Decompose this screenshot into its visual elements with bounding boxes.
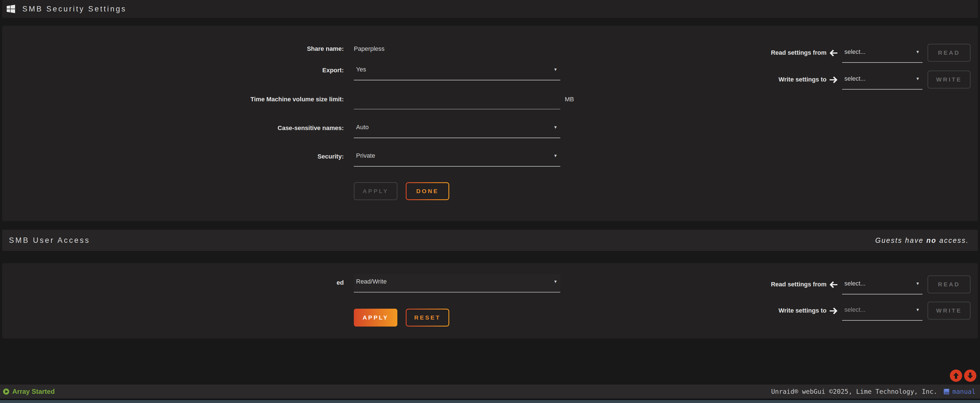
share-name-label: Share name: <box>111 45 344 53</box>
chevron-down-icon: ▼ <box>554 67 558 72</box>
page-title: SMB Security Settings <box>22 5 127 13</box>
write-target-value: select... <box>845 306 865 314</box>
chevron-down-icon: ▼ <box>916 49 920 54</box>
arrow-left-icon <box>829 49 838 57</box>
export-select[interactable]: Yes ▼ <box>354 62 560 80</box>
copyright-text: Unraid® webGui ©2025, Lime Technology, I… <box>771 388 937 395</box>
case-sensitive-value: Auto <box>356 124 369 131</box>
write-target-select[interactable]: select... ▼ <box>842 71 923 89</box>
write-settings-to-label: Write settings to <box>698 306 827 315</box>
chevron-down-icon: ▼ <box>554 153 558 158</box>
guest-access-note: Guests have no access. <box>875 236 969 244</box>
chevron-down-icon: ▼ <box>554 279 558 284</box>
arrow-left-icon <box>829 281 838 288</box>
scroll-up-button[interactable] <box>950 370 962 382</box>
security-value: Private <box>356 152 375 159</box>
read-button[interactable]: READ <box>928 276 970 293</box>
tm-size-unit: MB <box>565 95 574 104</box>
array-status-text: Array Started <box>12 388 55 395</box>
read-source-value: select... <box>845 280 865 287</box>
security-select[interactable]: Private ▼ <box>354 148 560 167</box>
read-settings-from-label: Read settings from <box>698 49 827 57</box>
read-settings-from-label: Read settings from <box>698 280 827 288</box>
arrow-right-icon <box>829 307 838 315</box>
user-name-label: ed <box>279 279 344 287</box>
guest-note-pre: Guests have <box>875 236 926 244</box>
windows-grid-icon <box>7 5 15 13</box>
export-select-value: Yes <box>356 66 366 73</box>
read-source-select[interactable]: select... ▼ <box>842 276 923 295</box>
security-label: Security: <box>111 152 344 161</box>
copyright: Unraid® webGui ©2025, Lime Technology, I… <box>771 388 975 395</box>
reset-button[interactable]: RESET <box>406 309 449 327</box>
apply-button[interactable]: APPLY <box>354 309 397 327</box>
book-icon <box>943 389 950 395</box>
chevron-down-icon: ▼ <box>916 76 920 81</box>
case-sensitive-select[interactable]: Auto ▼ <box>354 120 560 138</box>
bottom-edge-bar <box>0 400 980 403</box>
export-label: Export: <box>111 66 344 75</box>
title-bar: SMB Security Settings <box>2 0 978 18</box>
chevron-down-icon: ▼ <box>916 307 920 312</box>
play-circle-icon <box>3 388 10 395</box>
share-name-value: Paperpless <box>354 45 385 53</box>
footer-bar: Array Started Unraid® webGui ©2025, Lime… <box>0 385 980 398</box>
smb-user-access-header: SMB User Access Guests have no access. <box>2 230 978 251</box>
user-access-value: Read/Write <box>356 278 387 285</box>
write-settings-to-label: Write settings to <box>698 75 827 84</box>
chevron-down-icon: ▼ <box>916 281 920 286</box>
read-button[interactable]: READ <box>928 44 970 62</box>
write-button[interactable]: WRITE <box>928 71 970 88</box>
arrow-down-icon <box>967 372 974 379</box>
arrow-right-icon <box>829 76 838 83</box>
done-button-label: DONE <box>407 183 449 199</box>
write-button[interactable]: WRITE <box>928 302 970 320</box>
user-access-select[interactable]: Read/Write ▼ <box>354 274 560 293</box>
reset-button-label: RESET <box>407 309 449 326</box>
read-source-value: select... <box>845 48 865 56</box>
scroll-down-button[interactable] <box>964 370 976 382</box>
tm-size-input[interactable] <box>354 92 560 109</box>
chevron-down-icon: ▼ <box>554 125 558 129</box>
write-target-value: select... <box>845 75 865 82</box>
guest-note-bold: no <box>926 236 937 244</box>
case-sensitive-label: Case-sensitive names: <box>111 124 344 132</box>
read-source-select[interactable]: select... ▼ <box>842 45 923 63</box>
manual-link[interactable]: manual <box>952 388 975 395</box>
array-status: Array Started <box>3 388 55 395</box>
write-target-select[interactable]: select... ▼ <box>842 302 923 321</box>
tm-size-label: Time Machine volume size limit: <box>111 95 344 104</box>
done-button[interactable]: DONE <box>406 182 449 200</box>
apply-button-disabled[interactable]: APPLY <box>354 182 397 200</box>
guest-note-post: access. <box>937 236 969 244</box>
section-title: SMB User Access <box>9 236 90 245</box>
arrow-up-icon <box>952 372 959 379</box>
